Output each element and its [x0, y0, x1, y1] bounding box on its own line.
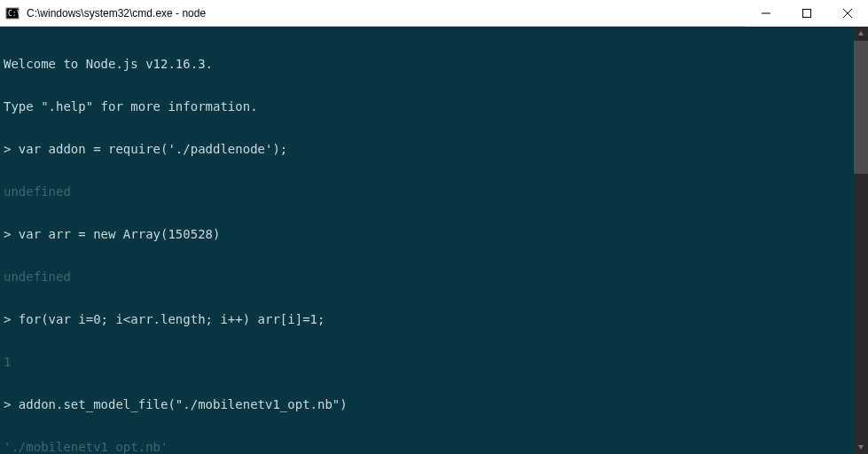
app-icon: C:\	[5, 6, 20, 20]
svg-marker-6	[858, 31, 864, 35]
minimize-button[interactable]	[746, 0, 786, 27]
window-titlebar: C:\ C:\windows\system32\cmd.exe - node	[0, 0, 868, 27]
svg-marker-7	[858, 445, 864, 450]
terminal-line: undefined	[4, 184, 864, 199]
scroll-up-arrow[interactable]	[854, 27, 868, 41]
maximize-button[interactable]	[786, 0, 827, 27]
terminal-line: > for(var i=0; i<arr.length; i++) arr[i]…	[4, 312, 864, 326]
terminal-line: undefined	[4, 270, 864, 284]
window-controls	[746, 0, 868, 27]
terminal-line: > var addon = require('./paddlenode');	[4, 142, 864, 156]
terminal-line: Type ".help" for more information.	[4, 99, 864, 114]
scrollbar[interactable]	[854, 27, 868, 454]
terminal-line: > addon.set_model_file("./mobilenetv1_op…	[4, 397, 864, 411]
svg-rect-3	[803, 9, 811, 17]
close-button[interactable]	[827, 0, 868, 27]
scroll-down-arrow[interactable]	[854, 440, 868, 454]
terminal-line: 1	[4, 355, 864, 369]
terminal-line: Welcome to Node.js v12.16.3.	[4, 57, 864, 71]
svg-text:C:\: C:\	[8, 10, 20, 18]
terminal-area[interactable]: Welcome to Node.js v12.16.3. Type ".help…	[0, 27, 868, 454]
scroll-thumb[interactable]	[854, 41, 868, 174]
terminal-line: > var arr = new Array(150528)	[4, 227, 864, 241]
window-title: C:\windows\system32\cmd.exe - node	[25, 7, 746, 20]
terminal-line: './mobilenetv1_opt.nb'	[4, 440, 864, 454]
